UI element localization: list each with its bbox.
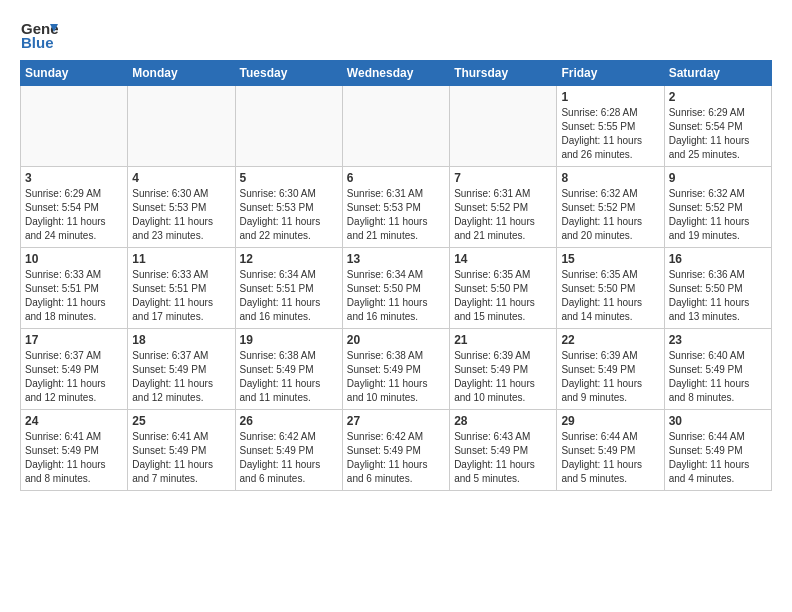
calendar-cell (235, 86, 342, 167)
day-number: 26 (240, 414, 338, 428)
day-number: 24 (25, 414, 123, 428)
calendar-cell: 30Sunrise: 6:44 AMSunset: 5:49 PMDayligh… (664, 410, 771, 491)
day-info: Sunrise: 6:29 AMSunset: 5:54 PMDaylight:… (669, 106, 767, 162)
day-info: Sunrise: 6:41 AMSunset: 5:49 PMDaylight:… (132, 430, 230, 486)
calendar-cell: 11Sunrise: 6:33 AMSunset: 5:51 PMDayligh… (128, 248, 235, 329)
day-number: 12 (240, 252, 338, 266)
day-number: 5 (240, 171, 338, 185)
day-info: Sunrise: 6:28 AMSunset: 5:55 PMDaylight:… (561, 106, 659, 162)
day-info: Sunrise: 6:32 AMSunset: 5:52 PMDaylight:… (561, 187, 659, 243)
day-info: Sunrise: 6:44 AMSunset: 5:49 PMDaylight:… (669, 430, 767, 486)
calendar-cell: 23Sunrise: 6:40 AMSunset: 5:49 PMDayligh… (664, 329, 771, 410)
page: General Blue SundayMondayTuesdayWednesda… (0, 0, 792, 507)
calendar-cell: 3Sunrise: 6:29 AMSunset: 5:54 PMDaylight… (21, 167, 128, 248)
calendar-cell: 17Sunrise: 6:37 AMSunset: 5:49 PMDayligh… (21, 329, 128, 410)
day-number: 8 (561, 171, 659, 185)
calendar-cell (342, 86, 449, 167)
calendar-cell: 12Sunrise: 6:34 AMSunset: 5:51 PMDayligh… (235, 248, 342, 329)
day-number: 30 (669, 414, 767, 428)
day-info: Sunrise: 6:31 AMSunset: 5:53 PMDaylight:… (347, 187, 445, 243)
day-number: 18 (132, 333, 230, 347)
day-header-monday: Monday (128, 61, 235, 86)
calendar-cell (450, 86, 557, 167)
day-info: Sunrise: 6:34 AMSunset: 5:51 PMDaylight:… (240, 268, 338, 324)
calendar-cell: 9Sunrise: 6:32 AMSunset: 5:52 PMDaylight… (664, 167, 771, 248)
calendar-cell: 4Sunrise: 6:30 AMSunset: 5:53 PMDaylight… (128, 167, 235, 248)
day-number: 14 (454, 252, 552, 266)
logo: General Blue (20, 16, 58, 54)
calendar-cell: 1Sunrise: 6:28 AMSunset: 5:55 PMDaylight… (557, 86, 664, 167)
calendar-cell: 2Sunrise: 6:29 AMSunset: 5:54 PMDaylight… (664, 86, 771, 167)
calendar-table: SundayMondayTuesdayWednesdayThursdayFrid… (20, 60, 772, 491)
day-info: Sunrise: 6:31 AMSunset: 5:52 PMDaylight:… (454, 187, 552, 243)
day-info: Sunrise: 6:42 AMSunset: 5:49 PMDaylight:… (347, 430, 445, 486)
calendar-cell: 25Sunrise: 6:41 AMSunset: 5:49 PMDayligh… (128, 410, 235, 491)
day-info: Sunrise: 6:37 AMSunset: 5:49 PMDaylight:… (25, 349, 123, 405)
day-info: Sunrise: 6:34 AMSunset: 5:50 PMDaylight:… (347, 268, 445, 324)
day-number: 27 (347, 414, 445, 428)
calendar-cell: 27Sunrise: 6:42 AMSunset: 5:49 PMDayligh… (342, 410, 449, 491)
calendar-cell: 6Sunrise: 6:31 AMSunset: 5:53 PMDaylight… (342, 167, 449, 248)
day-info: Sunrise: 6:35 AMSunset: 5:50 PMDaylight:… (561, 268, 659, 324)
calendar-week-3: 10Sunrise: 6:33 AMSunset: 5:51 PMDayligh… (21, 248, 772, 329)
day-info: Sunrise: 6:40 AMSunset: 5:49 PMDaylight:… (669, 349, 767, 405)
day-number: 16 (669, 252, 767, 266)
day-number: 23 (669, 333, 767, 347)
day-info: Sunrise: 6:43 AMSunset: 5:49 PMDaylight:… (454, 430, 552, 486)
day-header-friday: Friday (557, 61, 664, 86)
day-number: 4 (132, 171, 230, 185)
day-header-wednesday: Wednesday (342, 61, 449, 86)
calendar-cell: 5Sunrise: 6:30 AMSunset: 5:53 PMDaylight… (235, 167, 342, 248)
day-info: Sunrise: 6:39 AMSunset: 5:49 PMDaylight:… (454, 349, 552, 405)
calendar-cell: 29Sunrise: 6:44 AMSunset: 5:49 PMDayligh… (557, 410, 664, 491)
day-header-saturday: Saturday (664, 61, 771, 86)
header: General Blue (20, 16, 772, 54)
calendar-week-5: 24Sunrise: 6:41 AMSunset: 5:49 PMDayligh… (21, 410, 772, 491)
day-info: Sunrise: 6:29 AMSunset: 5:54 PMDaylight:… (25, 187, 123, 243)
calendar-cell (21, 86, 128, 167)
day-header-thursday: Thursday (450, 61, 557, 86)
day-number: 22 (561, 333, 659, 347)
logo-icon: General Blue (20, 16, 58, 54)
day-number: 11 (132, 252, 230, 266)
day-info: Sunrise: 6:33 AMSunset: 5:51 PMDaylight:… (132, 268, 230, 324)
day-info: Sunrise: 6:30 AMSunset: 5:53 PMDaylight:… (240, 187, 338, 243)
day-header-tuesday: Tuesday (235, 61, 342, 86)
calendar-cell: 19Sunrise: 6:38 AMSunset: 5:49 PMDayligh… (235, 329, 342, 410)
day-number: 25 (132, 414, 230, 428)
calendar-cell: 24Sunrise: 6:41 AMSunset: 5:49 PMDayligh… (21, 410, 128, 491)
day-info: Sunrise: 6:39 AMSunset: 5:49 PMDaylight:… (561, 349, 659, 405)
calendar-cell: 7Sunrise: 6:31 AMSunset: 5:52 PMDaylight… (450, 167, 557, 248)
day-info: Sunrise: 6:42 AMSunset: 5:49 PMDaylight:… (240, 430, 338, 486)
calendar-cell (128, 86, 235, 167)
calendar-cell: 8Sunrise: 6:32 AMSunset: 5:52 PMDaylight… (557, 167, 664, 248)
day-info: Sunrise: 6:37 AMSunset: 5:49 PMDaylight:… (132, 349, 230, 405)
day-info: Sunrise: 6:33 AMSunset: 5:51 PMDaylight:… (25, 268, 123, 324)
calendar-cell: 21Sunrise: 6:39 AMSunset: 5:49 PMDayligh… (450, 329, 557, 410)
day-info: Sunrise: 6:41 AMSunset: 5:49 PMDaylight:… (25, 430, 123, 486)
day-info: Sunrise: 6:35 AMSunset: 5:50 PMDaylight:… (454, 268, 552, 324)
calendar-cell: 28Sunrise: 6:43 AMSunset: 5:49 PMDayligh… (450, 410, 557, 491)
day-info: Sunrise: 6:44 AMSunset: 5:49 PMDaylight:… (561, 430, 659, 486)
day-number: 29 (561, 414, 659, 428)
day-number: 3 (25, 171, 123, 185)
calendar-week-2: 3Sunrise: 6:29 AMSunset: 5:54 PMDaylight… (21, 167, 772, 248)
calendar-cell: 18Sunrise: 6:37 AMSunset: 5:49 PMDayligh… (128, 329, 235, 410)
calendar-cell: 20Sunrise: 6:38 AMSunset: 5:49 PMDayligh… (342, 329, 449, 410)
day-number: 9 (669, 171, 767, 185)
day-number: 1 (561, 90, 659, 104)
day-header-sunday: Sunday (21, 61, 128, 86)
svg-text:Blue: Blue (21, 34, 54, 51)
calendar-cell: 16Sunrise: 6:36 AMSunset: 5:50 PMDayligh… (664, 248, 771, 329)
day-number: 19 (240, 333, 338, 347)
calendar-cell: 14Sunrise: 6:35 AMSunset: 5:50 PMDayligh… (450, 248, 557, 329)
calendar-cell: 22Sunrise: 6:39 AMSunset: 5:49 PMDayligh… (557, 329, 664, 410)
day-number: 28 (454, 414, 552, 428)
calendar-cell: 26Sunrise: 6:42 AMSunset: 5:49 PMDayligh… (235, 410, 342, 491)
day-number: 21 (454, 333, 552, 347)
day-number: 6 (347, 171, 445, 185)
day-number: 13 (347, 252, 445, 266)
day-number: 10 (25, 252, 123, 266)
calendar-cell: 13Sunrise: 6:34 AMSunset: 5:50 PMDayligh… (342, 248, 449, 329)
day-info: Sunrise: 6:36 AMSunset: 5:50 PMDaylight:… (669, 268, 767, 324)
